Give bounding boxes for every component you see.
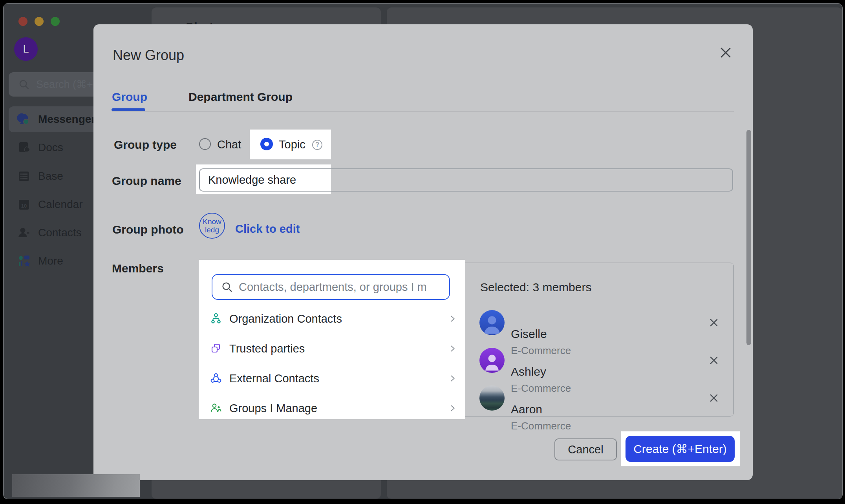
member-avatar-aaron bbox=[479, 385, 505, 411]
group-name-value: Knowledge share bbox=[208, 173, 296, 186]
close-icon[interactable] bbox=[717, 44, 734, 61]
tabs-divider bbox=[112, 111, 734, 112]
sidebar-item-label: Messenger bbox=[38, 113, 95, 126]
group-type-label: Group type bbox=[114, 138, 177, 152]
picker-option-label: Trusted parties bbox=[229, 342, 441, 355]
sidebar-item-label: Contacts bbox=[38, 226, 82, 239]
svg-text:10: 10 bbox=[21, 203, 27, 209]
cancel-button[interactable]: Cancel bbox=[554, 438, 617, 460]
search-icon bbox=[221, 281, 233, 293]
docs-icon bbox=[17, 141, 31, 154]
member-department: E-Commerce bbox=[511, 420, 571, 432]
app-window: L Search (⌘+K Messenger Docs Base 10 bbox=[3, 3, 843, 499]
help-icon[interactable]: ? bbox=[312, 140, 322, 150]
more-apps-icon bbox=[17, 254, 31, 268]
group-photo-label: Group photo bbox=[112, 223, 184, 236]
sidebar-item-label: Base bbox=[38, 170, 63, 183]
messenger-icon bbox=[17, 113, 31, 126]
minimize-window-button[interactable] bbox=[35, 17, 44, 26]
sidebar-item-label: Calendar bbox=[38, 198, 83, 211]
picker-option-label: Organization Contacts bbox=[229, 312, 441, 325]
remove-member-icon[interactable] bbox=[708, 317, 720, 329]
chevron-right-icon bbox=[448, 314, 457, 323]
group-name-label: Group name bbox=[112, 174, 181, 188]
active-tab-underline bbox=[112, 108, 145, 111]
selected-members-header: Selected: 3 members bbox=[480, 281, 591, 294]
chat-radio[interactable] bbox=[199, 138, 211, 150]
tab-group[interactable]: Group bbox=[112, 90, 147, 104]
calendar-icon: 10 bbox=[17, 198, 31, 211]
new-group-modal: New Group Group Department Group Group t… bbox=[93, 24, 753, 480]
member-name: Aaron bbox=[511, 403, 542, 416]
picker-option-organization-contacts[interactable]: Organization Contacts bbox=[206, 310, 457, 327]
member-avatar-ashley bbox=[479, 348, 505, 373]
radio-dot bbox=[264, 142, 269, 146]
create-label: Create (⌘+Enter) bbox=[633, 442, 727, 456]
chevron-right-icon bbox=[448, 344, 457, 353]
click-to-edit-link[interactable]: Click to edit bbox=[235, 223, 300, 236]
avatar-text-line1: Know bbox=[203, 217, 221, 226]
members-search-placeholder: Contacts, departments, or groups I m bbox=[239, 281, 427, 294]
member-name: Ashley bbox=[511, 365, 546, 378]
remove-member-icon[interactable] bbox=[708, 392, 720, 404]
avatar-text-line2: ledg bbox=[203, 226, 221, 234]
modal-title: New Group bbox=[113, 47, 184, 64]
close-window-button[interactable] bbox=[18, 17, 27, 26]
watermark-cover bbox=[12, 474, 140, 497]
sidebar-item-label: Docs bbox=[38, 141, 63, 154]
search-placeholder: Search (⌘+K bbox=[36, 78, 100, 91]
topic-radio-label[interactable]: Topic bbox=[279, 138, 305, 151]
member-name: Giselle bbox=[511, 327, 547, 341]
org-contacts-icon bbox=[210, 312, 222, 325]
modal-scrollbar[interactable] bbox=[746, 130, 751, 345]
chat-radio-label[interactable]: Chat bbox=[217, 138, 241, 151]
member-department: E-Commerce bbox=[511, 382, 571, 394]
contacts-icon bbox=[17, 226, 31, 239]
avatar[interactable]: L bbox=[14, 37, 38, 61]
group-photo-avatar[interactable]: Knowledg bbox=[199, 213, 225, 239]
chevron-right-icon bbox=[448, 374, 457, 383]
trusted-parties-icon bbox=[210, 342, 222, 355]
zoom-window-button[interactable] bbox=[51, 17, 60, 26]
members-label: Members bbox=[112, 262, 164, 275]
member-department: E-Commerce bbox=[511, 345, 571, 357]
groups-i-manage-icon bbox=[210, 402, 222, 415]
picker-option-label: Groups I Manage bbox=[229, 402, 441, 415]
picker-option-trusted-parties[interactable]: Trusted parties bbox=[206, 340, 457, 357]
mountain-photo bbox=[479, 385, 505, 411]
search-icon bbox=[18, 79, 30, 90]
external-contacts-icon bbox=[210, 372, 222, 385]
member-avatar-giselle bbox=[479, 310, 505, 335]
picker-option-external-contacts[interactable]: External Contacts bbox=[206, 370, 457, 387]
picker-option-label: External Contacts bbox=[229, 372, 441, 385]
tab-department-group[interactable]: Department Group bbox=[188, 90, 293, 104]
members-search-input[interactable]: Contacts, departments, or groups I m bbox=[212, 274, 450, 300]
topic-radio[interactable] bbox=[260, 138, 273, 150]
cancel-label: Cancel bbox=[568, 443, 603, 456]
chevron-right-icon bbox=[448, 404, 457, 413]
create-button[interactable]: Create (⌘+Enter) bbox=[626, 436, 735, 462]
remove-member-icon[interactable] bbox=[708, 354, 720, 366]
group-name-input[interactable]: Knowledge share bbox=[199, 168, 733, 192]
picker-option-groups-i-manage[interactable]: Groups I Manage bbox=[206, 400, 457, 417]
sidebar-item-label: More bbox=[38, 255, 63, 267]
base-icon bbox=[17, 170, 31, 183]
